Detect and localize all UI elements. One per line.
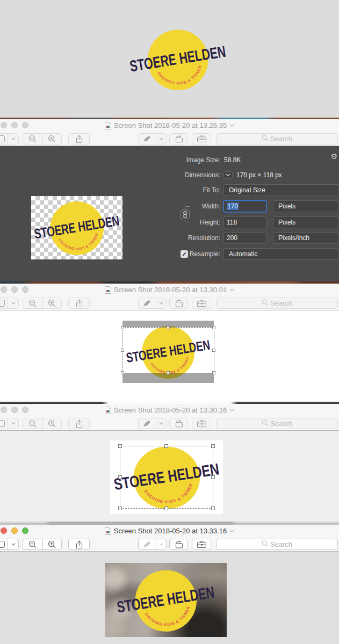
zoom-in-button[interactable]	[42, 134, 62, 144]
zoom-in-button[interactable]	[42, 298, 62, 308]
selection-marquee[interactable]	[120, 446, 213, 509]
width-input[interactable]: 170	[223, 200, 266, 212]
resample-dropdown[interactable]: Automatic	[223, 248, 339, 260]
zoom-group	[23, 418, 62, 429]
toolbar: Search	[0, 537, 339, 552]
markup-toolbox-button[interactable]	[192, 539, 211, 550]
search-placeholder: Search	[270, 540, 292, 548]
zoom-out-button[interactable]	[23, 134, 42, 144]
zoom-group	[23, 539, 62, 550]
selection-handle[interactable]	[212, 349, 215, 352]
markup-chevron-icon[interactable]	[156, 418, 166, 429]
sidebar-chevron-icon[interactable]	[8, 134, 18, 144]
search-input[interactable]: Search	[216, 298, 338, 309]
titlebar[interactable]: Screen Shot 2018-05-20 at 13.30.16	[0, 404, 339, 416]
selection-handle[interactable]	[164, 506, 168, 510]
zoom-out-button[interactable]	[23, 298, 42, 308]
window-title-group: Screen Shot 2018-05-20 at 13.30.01	[0, 284, 339, 296]
selection-handle[interactable]	[211, 475, 215, 479]
search-input[interactable]: Search	[216, 418, 338, 429]
preview-window-4: Screen Shot 2018-05-20 at 13.33.16	[0, 525, 339, 644]
width-unit-dropdown[interactable]: Pixels	[273, 200, 339, 212]
selection-handle[interactable]	[212, 326, 215, 329]
sidebar-toggle-icon[interactable]	[0, 298, 8, 308]
selection-handle[interactable]	[121, 349, 124, 352]
titlebar[interactable]: Screen Shot 2018-05-20 at 13.26.35	[0, 119, 339, 132]
image-preview[interactable]: STOERE HELDEN COACHING KIDS & TIENERS	[110, 440, 223, 514]
resample-value: Automatic	[229, 250, 257, 258]
search-input[interactable]: Search	[216, 539, 338, 550]
markup-toolbox-button[interactable]	[192, 133, 211, 144]
sidebar-chevron-icon[interactable]	[8, 418, 18, 429]
selection-handle[interactable]	[118, 506, 122, 510]
search-icon	[262, 419, 268, 428]
selection-handle[interactable]	[167, 371, 170, 374]
selection-handle[interactable]	[167, 326, 170, 329]
sidebar-toggle-group	[0, 418, 19, 429]
zoom-in-button[interactable]	[42, 539, 62, 549]
height-input[interactable]: 118	[223, 216, 266, 228]
dimensions-disclosure-icon[interactable]	[223, 171, 233, 179]
sidebar-chevron-icon[interactable]	[8, 298, 18, 308]
rotate-button[interactable]	[169, 133, 188, 144]
resolution-unit-dropdown[interactable]: Pixels/Inch	[273, 232, 339, 244]
search-input[interactable]: Search	[216, 133, 338, 144]
share-button[interactable]	[68, 298, 90, 309]
share-button[interactable]	[68, 133, 90, 144]
resolution-value: 200	[227, 234, 237, 242]
image-canvas: STOERE HELDEN COACHING KIDS & TIENERS	[0, 552, 339, 644]
markup-toolbox-button[interactable]	[192, 418, 211, 429]
photo-image-preview[interactable]: STOERE HELDEN COACHING KIDS & TIENERS	[105, 563, 227, 637]
sidebar-toggle-icon[interactable]	[0, 418, 8, 429]
document-icon	[105, 122, 111, 129]
markup-toolbox-button[interactable]	[192, 298, 211, 309]
title-chevron-icon[interactable]	[229, 288, 234, 292]
height-unit-dropdown[interactable]: Pixels	[273, 216, 339, 228]
height-value: 118	[227, 219, 237, 226]
title-chevron-icon[interactable]	[229, 124, 234, 127]
zoom-in-button[interactable]	[42, 418, 62, 429]
share-button[interactable]	[68, 418, 90, 429]
title-chevron-icon[interactable]	[229, 409, 234, 412]
zoom-group	[23, 133, 62, 144]
share-button[interactable]	[68, 539, 90, 550]
markup-chevron-icon[interactable]	[156, 298, 166, 308]
markup-chevron-icon[interactable]	[156, 539, 166, 549]
sidebar-toggle-icon[interactable]	[0, 134, 8, 144]
rotate-button[interactable]	[169, 418, 188, 429]
rotate-button[interactable]	[169, 298, 188, 309]
toolbar: Search	[0, 416, 339, 431]
selection-handle[interactable]	[118, 444, 122, 448]
selection-handle[interactable]	[164, 444, 168, 448]
markup-pen-button[interactable]	[139, 418, 156, 429]
image-preview[interactable]: STOERE HELDEN COACHING KIDS & TIENERS	[122, 321, 214, 383]
dimensions-label: Dimensions:	[0, 171, 220, 179]
rotate-button[interactable]	[169, 539, 188, 550]
selection-handle[interactable]	[212, 371, 215, 374]
sidebar-toggle-group	[0, 133, 19, 144]
zoom-out-button[interactable]	[23, 539, 42, 549]
markup-group	[138, 133, 167, 144]
selection-handle[interactable]	[121, 326, 124, 329]
resolution-input[interactable]: 200	[223, 232, 266, 244]
selection-handle[interactable]	[121, 371, 124, 374]
dimensions-row: Dimensions: 170 px × 118 px	[0, 171, 339, 179]
selection-handle[interactable]	[211, 506, 215, 510]
selection-marquee[interactable]	[122, 327, 214, 373]
selection-handle[interactable]	[211, 444, 215, 448]
zoom-out-button[interactable]	[23, 418, 42, 429]
titlebar[interactable]: Screen Shot 2018-05-20 at 13.30.01	[0, 284, 339, 296]
sidebar-toggle-icon[interactable]	[0, 539, 8, 549]
height-label: Height:	[0, 219, 220, 226]
search-placeholder: Search	[270, 419, 292, 428]
search-icon	[262, 540, 268, 548]
titlebar[interactable]: Screen Shot 2018-05-20 at 13.33.16	[0, 525, 339, 537]
markup-pen-button[interactable]	[139, 134, 156, 144]
markup-pen-button[interactable]	[139, 539, 156, 549]
markup-pen-button[interactable]	[139, 298, 156, 308]
selection-handle[interactable]	[118, 475, 122, 479]
fit-to-dropdown[interactable]: Original Size	[223, 184, 339, 196]
markup-chevron-icon[interactable]	[156, 134, 166, 144]
sidebar-chevron-icon[interactable]	[8, 539, 18, 549]
title-chevron-icon[interactable]	[229, 530, 234, 533]
